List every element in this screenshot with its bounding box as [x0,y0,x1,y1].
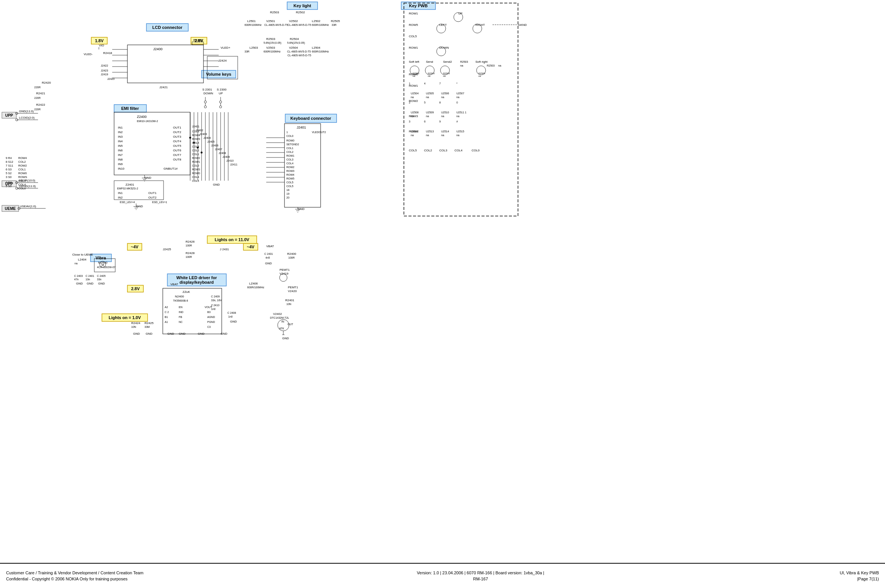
svg-point-418 [197,147,199,149]
svg-text:CL-4805-WV5-D-T5: CL-4805-WV5-D-T5 [287,50,311,53]
svg-text:na: na [426,134,429,137]
svg-text:OUT3: OUT3 [173,135,181,138]
svg-text:R2420: R2420 [42,81,51,84]
svg-text:OUT5: OUT5 [173,144,181,148]
svg-text:L2503: L2503 [249,46,258,49]
svg-text:LCD connector: LCD connector [153,25,183,30]
svg-text:L2504: L2504 [312,46,321,49]
svg-text:ROWS: ROWS [18,175,27,179]
svg-text:ROW4: ROW4 [18,156,27,160]
footer-left: Customer Care / Training & Vendor Develo… [6,570,196,582]
svg-text:na: na [426,96,429,99]
svg-text:ROW1: ROW1 [192,161,200,163]
svg-text:R2502: R2502 [296,11,305,14]
svg-text:J2401: J2401 [192,125,199,128]
svg-text:R2401: R2401 [285,299,294,302]
svg-text:ATK: ATK [279,327,284,330]
svg-text:U2507: U2507 [456,92,464,95]
svg-text:5  S0: 5 S0 [6,184,11,188]
svg-text:COL5: COL5 [286,181,293,184]
svg-text:100R: 100R [186,256,192,258]
svg-text:U2511 1: U2511 1 [456,111,467,114]
svg-text:GEND(11:0): GEND(11:0) [19,184,36,188]
svg-text:C 2: C 2 [165,311,169,313]
svg-text:COL5: COL5 [192,180,199,182]
svg-text:na: na [411,115,414,118]
svg-text:IN9: IN9 [118,162,123,166]
svg-text:DOWN: DOWN [203,92,213,95]
svg-text:VBAT: VBAT [170,283,178,286]
svg-text:600R/100MHz: 600R/100MHz [312,24,329,26]
svg-text:GND: GND [213,183,220,186]
svg-text:PEMT1: PEMT1 [288,286,298,289]
svg-text:na: na [456,115,459,118]
svg-text:J2401: J2401 [297,126,306,129]
svg-text:B3: B3 [207,311,211,313]
svg-text:EN: EN [179,306,183,308]
svg-text:VLEDOUT2: VLEDOUT2 [312,131,326,133]
svg-text:UP: UP [219,92,223,95]
svg-text:220R: 220R [34,108,41,111]
svg-text:C 2408: C 2408 [227,311,236,314]
svg-text:4: 4 [424,82,426,85]
svg-text:R2503: R2503 [460,60,468,63]
svg-text:R2503: R2503 [428,72,435,75]
svg-text:GND: GND [221,332,227,335]
svg-text:ROW2: ROW2 [18,164,27,167]
svg-text:1n0: 1n0 [228,315,233,318]
svg-text:Z2401: Z2401 [126,183,134,186]
svg-text:OUT: OUT [288,323,294,326]
svg-text:IN6: IN6 [118,149,123,152]
svg-text:R2428: R2428 [186,251,195,255]
svg-text:ROW0: ROW0 [192,172,200,175]
footer-board-line1: UI, Vibra & Key PWB [765,570,879,576]
svg-text:J2404: J2404 [203,137,211,139]
svg-text:na: na [441,115,444,118]
svg-text:na: na [456,134,459,137]
svg-text:COL5: COL5 [409,35,417,38]
svg-text:Lights on = 11.0V: Lights on = 11.0V [215,237,249,242]
svg-text:19: 19 [286,192,289,195]
svg-text:3  S0: 3 S0 [6,175,11,179]
svg-text:ROW3: ROW3 [192,168,200,171]
svg-text:V2501: V2501 [266,19,275,23]
svg-text:V2502: V2502 [289,19,298,23]
svg-text:GND: GND [76,282,83,285]
svg-text:IN1: IN1 [118,126,123,129]
svg-text:ZZuK: ZZuK [183,290,190,294]
svg-text:IN2: IN2 [118,130,123,134]
svg-text:4  S4: 4 S4 [6,181,11,184]
svg-text:5.6N(15V,0.05): 5.6N(15V,0.05) [287,41,305,44]
svg-text:Soft left: Soft left [409,60,419,64]
svg-text:J2409: J2409 [222,156,230,158]
svg-text:R2503: R2503 [487,64,495,67]
svg-text:U2513: U2513 [426,130,434,133]
svg-text:OUT4: OUT4 [173,140,181,143]
svg-text:CL-4805-WV5-D-T5: CL-4805-WV5-D-T5 [288,54,311,57]
svg-point-419 [201,152,203,154]
svg-text:COL1: COL1 [192,153,199,156]
svg-text:GND: GND [146,332,153,335]
svg-text:VBAT: VBAT [266,245,274,248]
svg-text:ROW2: ROW2 [286,166,294,168]
svg-text:PEMT1: PEMT1 [280,268,290,272]
svg-text:1n0: 1n0 [211,308,216,310]
svg-text:R2424: R2424 [131,321,140,325]
svg-text:U2508: U2508 [411,111,419,114]
svg-text:33n, 16V: 33n, 16V [211,299,222,302]
svg-text:9: 9 [439,120,441,123]
svg-text:IN10: IN10 [118,167,124,170]
svg-text:N2400: N2400 [175,295,184,298]
svg-text:display/keyboard: display/keyboard [180,280,214,284]
svg-text:COL2: COL2 [18,160,26,164]
svg-text:AGND: AGND [207,316,215,318]
svg-text:Send2: Send2 [443,60,452,64]
svg-text:1.8V: 1.8V [95,38,104,43]
svg-text:L2404: L2404 [78,258,87,261]
svg-text:U2512: U2512 [411,130,419,133]
svg-text:UPP: UPP [5,113,13,118]
svg-text:1: 1 [409,82,410,85]
svg-text:A1: A1 [165,321,168,323]
svg-text:S 2301: S 2301 [202,88,212,91]
svg-text:0: 0 [456,101,458,104]
